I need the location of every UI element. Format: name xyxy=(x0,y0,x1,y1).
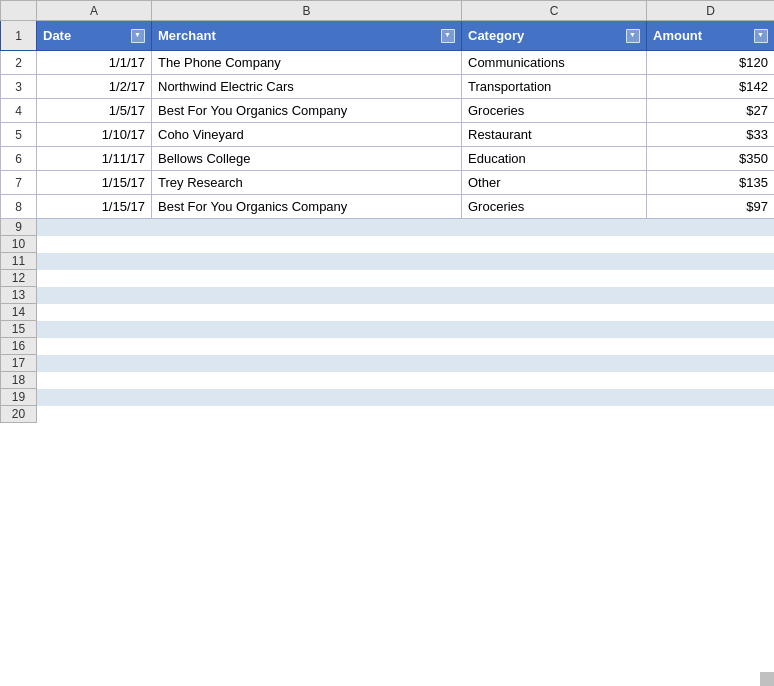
cell-category-2[interactable]: Communications xyxy=(462,51,647,75)
header-category[interactable]: Category xyxy=(462,21,647,51)
empty-cell[interactable] xyxy=(37,270,152,287)
table-row: 2 1/1/17 The Phone Company Communication… xyxy=(1,51,775,75)
cell-date-3[interactable]: 1/2/17 xyxy=(37,75,152,99)
date-filter-icon[interactable] xyxy=(131,29,145,43)
empty-cell[interactable] xyxy=(152,253,462,270)
amount-filter-btn[interactable]: Amount xyxy=(653,28,768,43)
row-num-5: 5 xyxy=(1,123,37,147)
cell-amount-6[interactable]: $350 xyxy=(647,147,775,171)
header-date[interactable]: Date xyxy=(37,21,152,51)
empty-cell[interactable] xyxy=(462,287,647,304)
cell-merchant-7[interactable]: Trey Research xyxy=(152,171,462,195)
empty-cell[interactable] xyxy=(462,270,647,287)
cell-date-4[interactable]: 1/5/17 xyxy=(37,99,152,123)
empty-cell[interactable] xyxy=(37,338,152,355)
row-num-19: 19 xyxy=(1,389,37,406)
cell-date-2[interactable]: 1/1/17 xyxy=(37,51,152,75)
empty-cell[interactable] xyxy=(152,236,462,253)
empty-cell[interactable] xyxy=(37,304,152,321)
cell-merchant-8[interactable]: Best For You Organics Company xyxy=(152,195,462,219)
category-filter-icon[interactable] xyxy=(626,29,640,43)
empty-row-11: 11 xyxy=(1,253,775,270)
cell-merchant-2[interactable]: The Phone Company xyxy=(152,51,462,75)
cell-merchant-5[interactable]: Coho Vineyard xyxy=(152,123,462,147)
empty-cell[interactable] xyxy=(462,338,647,355)
cell-date-8[interactable]: 1/15/17 xyxy=(37,195,152,219)
table-header-row: 1 Date Merchant Category xyxy=(1,21,775,51)
empty-cell[interactable] xyxy=(647,219,775,236)
empty-row-14: 14 xyxy=(1,304,775,321)
cell-merchant-4[interactable]: Best For You Organics Company xyxy=(152,99,462,123)
empty-cell[interactable] xyxy=(37,287,152,304)
date-filter-btn[interactable]: Date xyxy=(43,28,145,43)
empty-cell[interactable] xyxy=(647,304,775,321)
empty-cell[interactable] xyxy=(647,389,775,406)
cell-amount-2[interactable]: $120 xyxy=(647,51,775,75)
merchant-filter-icon[interactable] xyxy=(441,29,455,43)
empty-cell[interactable] xyxy=(37,219,152,236)
empty-cell[interactable] xyxy=(462,321,647,338)
empty-cell[interactable] xyxy=(152,372,462,389)
row-num-1: 1 xyxy=(1,21,37,51)
cell-category-7[interactable]: Other xyxy=(462,171,647,195)
cell-category-5[interactable]: Restaurant xyxy=(462,123,647,147)
empty-cell[interactable] xyxy=(37,321,152,338)
empty-cell[interactable] xyxy=(647,406,775,423)
cell-amount-4[interactable]: $27 xyxy=(647,99,775,123)
cell-category-8[interactable]: Groceries xyxy=(462,195,647,219)
cell-category-3[interactable]: Transportation xyxy=(462,75,647,99)
merchant-filter-btn[interactable]: Merchant xyxy=(158,28,455,43)
header-merchant[interactable]: Merchant xyxy=(152,21,462,51)
empty-cell[interactable] xyxy=(152,270,462,287)
row-num-14: 14 xyxy=(1,304,37,321)
empty-cell[interactable] xyxy=(647,338,775,355)
empty-cell[interactable] xyxy=(37,389,152,406)
empty-cell[interactable] xyxy=(37,236,152,253)
empty-cell[interactable] xyxy=(152,406,462,423)
empty-cell[interactable] xyxy=(647,355,775,372)
empty-cell[interactable] xyxy=(462,355,647,372)
row-num-2: 2 xyxy=(1,51,37,75)
cell-category-6[interactable]: Education xyxy=(462,147,647,171)
header-amount[interactable]: Amount xyxy=(647,21,775,51)
empty-cell[interactable] xyxy=(152,355,462,372)
cell-date-7[interactable]: 1/15/17 xyxy=(37,171,152,195)
empty-cell[interactable] xyxy=(647,270,775,287)
empty-cell[interactable] xyxy=(37,372,152,389)
cell-amount-5[interactable]: $33 xyxy=(647,123,775,147)
cell-category-4[interactable]: Groceries xyxy=(462,99,647,123)
empty-cell[interactable] xyxy=(37,406,152,423)
category-filter-btn[interactable]: Category xyxy=(468,28,640,43)
cell-date-6[interactable]: 1/11/17 xyxy=(37,147,152,171)
empty-cell[interactable] xyxy=(152,321,462,338)
cell-date-5[interactable]: 1/10/17 xyxy=(37,123,152,147)
empty-cell[interactable] xyxy=(647,321,775,338)
empty-cell[interactable] xyxy=(462,253,647,270)
amount-filter-icon[interactable] xyxy=(754,29,768,43)
empty-cell[interactable] xyxy=(462,304,647,321)
table-row: 3 1/2/17 Northwind Electric Cars Transpo… xyxy=(1,75,775,99)
cell-amount-8[interactable]: $97 xyxy=(647,195,775,219)
empty-row-17: 17 xyxy=(1,355,775,372)
empty-cell[interactable] xyxy=(647,372,775,389)
empty-cell[interactable] xyxy=(152,389,462,406)
empty-cell[interactable] xyxy=(647,236,775,253)
empty-cell[interactable] xyxy=(462,236,647,253)
cell-merchant-3[interactable]: Northwind Electric Cars xyxy=(152,75,462,99)
cell-amount-3[interactable]: $142 xyxy=(647,75,775,99)
empty-cell[interactable] xyxy=(462,372,647,389)
empty-cell[interactable] xyxy=(462,389,647,406)
empty-cell[interactable] xyxy=(37,355,152,372)
cell-merchant-6[interactable]: Bellows College xyxy=(152,147,462,171)
empty-cell[interactable] xyxy=(152,304,462,321)
empty-cell[interactable] xyxy=(37,253,152,270)
empty-cell[interactable] xyxy=(647,287,775,304)
empty-row-12: 12 xyxy=(1,270,775,287)
cell-amount-7[interactable]: $135 xyxy=(647,171,775,195)
empty-cell[interactable] xyxy=(152,287,462,304)
empty-cell[interactable] xyxy=(462,406,647,423)
empty-cell[interactable] xyxy=(152,338,462,355)
empty-cell[interactable] xyxy=(152,219,462,236)
empty-cell[interactable] xyxy=(647,253,775,270)
empty-cell[interactable] xyxy=(462,219,647,236)
